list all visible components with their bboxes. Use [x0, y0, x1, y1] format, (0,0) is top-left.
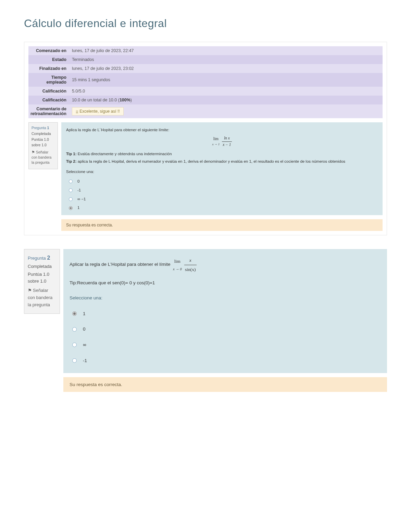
flag-icon: ⚑ [28, 287, 32, 294]
answer-feedback-2: Su respuesta es correcta. [63, 377, 387, 392]
summary-label: Finalizado en [28, 64, 69, 73]
question-state: Completada [32, 131, 55, 136]
option-row[interactable]: 1 [66, 203, 378, 212]
summary-value: lunes, 17 de julio de 2023, 22:47 [69, 46, 383, 55]
summary-value: 15 mins 1 segundos [69, 73, 383, 87]
flag-question-link[interactable]: ⚑Señalar con bandera la pregunta [28, 287, 56, 308]
summary-value: lunes, 17 de julio de 2023, 23:02 [69, 64, 383, 73]
question-info-2: Pregunta 2 Completada Puntúa 1.0 sobre 1… [24, 249, 60, 313]
radio-icon[interactable] [72, 343, 77, 347]
summary-row: EstadoTerminados [28, 55, 383, 64]
option-label: ∞ [83, 341, 86, 349]
option-label: 1 [83, 309, 86, 318]
option-label: ∞ −1 [77, 196, 86, 202]
question-prompt: Aplicar la regla de L'Hopital para obten… [70, 256, 381, 274]
summary-label: Estado [28, 55, 69, 64]
summary-label: Comenzado en [28, 46, 69, 55]
radio-icon[interactable] [69, 206, 73, 210]
option-label: 1 [77, 205, 79, 211]
option-row[interactable]: 0 [66, 177, 378, 186]
summary-row: Tiempo empleado15 mins 1 segundos [28, 73, 383, 87]
option-label: -1 [83, 356, 87, 365]
feedback-comment: ¡¡ Excelente, sigue así !! [72, 107, 124, 115]
option-row[interactable]: -1 [66, 186, 378, 195]
select-one-label: Seleccione una: [66, 169, 378, 175]
summary-value: 5.0/5.0 [69, 87, 383, 96]
question-label: Pregunta 1 [32, 126, 49, 130]
question-score: Puntúa 1.0 sobre 1.0 [28, 271, 56, 285]
summary-value: Terminados [69, 55, 383, 64]
option-label: -1 [77, 187, 81, 194]
question-info-1: Pregunta 1 Completada Puntúa 1.0 sobre 1… [28, 122, 58, 169]
option-row[interactable]: 1 [70, 306, 381, 322]
radio-icon[interactable] [69, 197, 73, 201]
select-one-label: Seleccione una: [70, 294, 381, 302]
summary-label: Calificación [28, 87, 69, 96]
summary-row: Calificación5.0/5.0 [28, 87, 383, 96]
question-tip-2: Tip 2: aplica la regla de L Hopital, der… [66, 159, 378, 165]
page-title: Cálculo diferencial e integral [24, 17, 387, 30]
summary-value: ¡¡ Excelente, sigue así !! [69, 104, 383, 118]
option-label: 0 [77, 178, 79, 185]
summary-label: Comentario de retroalimentación [28, 104, 69, 118]
question-label: Pregunta 2 [28, 256, 50, 261]
question-block-2: Pregunta 2 Completada Puntúa 1.0 sobre 1… [24, 249, 387, 373]
question-state: Completada [28, 263, 56, 270]
summary-table: Comenzado enlunes, 17 de julio de 2023, … [28, 46, 383, 118]
summary-value: 10.0 de un total de 10.0 (100%) [69, 96, 383, 104]
question-content-2: Aplicar la regla de L'Hopital para obten… [63, 249, 387, 373]
option-row[interactable]: ∞ −1 [66, 195, 378, 204]
radio-icon[interactable] [72, 327, 77, 332]
summary-label: Tiempo empleado [28, 73, 69, 87]
radio-icon[interactable] [72, 358, 77, 363]
question-options-1: 0-1∞ −11 [66, 177, 378, 212]
summary-row: Finalizado enlunes, 17 de julio de 2023,… [28, 64, 383, 73]
question-tip: Tip:Recuerda que el sen(0)= 0 y cos(0)=1 [70, 279, 381, 287]
radio-icon[interactable] [69, 188, 73, 192]
summary-row: Calificación10.0 de un total de 10.0 (10… [28, 96, 383, 104]
summary-label: Calificación [28, 96, 69, 104]
question-formula: limx → 1 ln xx − 1 [66, 135, 378, 148]
option-label: 0 [83, 325, 86, 334]
quiz-summary-card: Comenzado enlunes, 17 de julio de 2023, … [24, 42, 387, 235]
option-row[interactable]: -1 [70, 353, 381, 369]
question-tip-1: Tip 1: Evalúa directamente y obtendrás u… [66, 151, 378, 157]
summary-row: Comentario de retroalimentación¡¡ Excele… [28, 104, 383, 118]
flag-icon: ⚑ [32, 150, 35, 155]
question-options-2: 10∞-1 [70, 306, 381, 369]
summary-row: Comenzado enlunes, 17 de julio de 2023, … [28, 46, 383, 55]
option-row[interactable]: 0 [70, 321, 381, 337]
question-content-1: Aplica la regla de L´Hopital para obtene… [61, 122, 383, 215]
radio-icon[interactable] [69, 180, 73, 183]
flag-question-link[interactable]: ⚑Señalar con bandera la pregunta [32, 150, 55, 165]
question-score: Puntúa 1.0 sobre 1.0 [32, 137, 55, 147]
question-prompt: Aplica la regla de L´Hopital para obtene… [66, 127, 378, 133]
option-row[interactable]: ∞ [70, 337, 381, 353]
radio-icon[interactable] [72, 311, 77, 316]
question-block-1: Pregunta 1 Completada Puntúa 1.0 sobre 1… [28, 122, 383, 215]
answer-feedback-1: Su respuesta es correcta. [61, 219, 383, 231]
